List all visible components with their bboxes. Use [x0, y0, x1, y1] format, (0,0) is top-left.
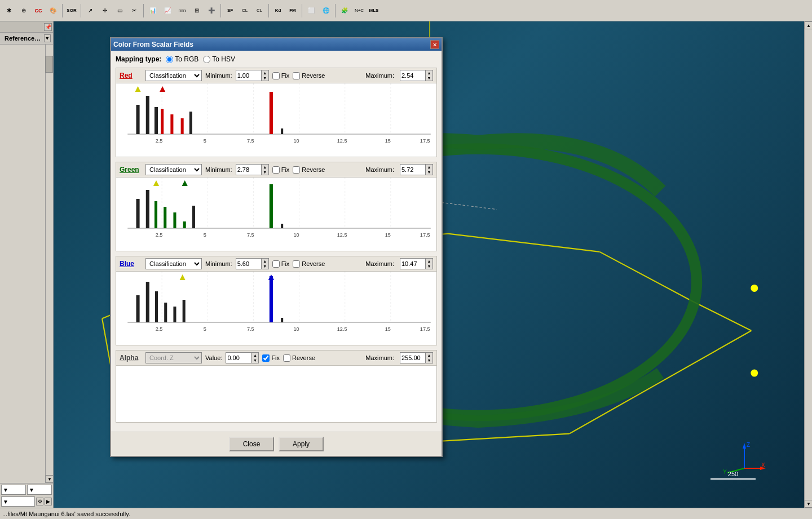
red-max-input[interactable]: [400, 70, 426, 81]
alpha-max-spinbox[interactable]: ▲ ▼: [400, 352, 433, 363]
green-fix-option[interactable]: Fix: [272, 166, 290, 174]
red-min-spinbox[interactable]: ▲ ▼: [236, 70, 269, 81]
toolbar-icon-sf[interactable]: SF: [223, 4, 237, 17]
blue-min-up[interactable]: ▲: [262, 259, 268, 264]
green-min-up[interactable]: ▲: [262, 165, 268, 170]
alpha-value-up[interactable]: ▲: [251, 353, 258, 358]
blue-channel-dropdown[interactable]: Classification: [145, 258, 202, 269]
toolbar-icon-canulo2[interactable]: CL: [253, 4, 266, 17]
alpha-reverse-checkbox[interactable]: [283, 354, 290, 362]
alpha-value-spinbox[interactable]: ▲ ▼: [226, 352, 259, 363]
radio-rgb-input[interactable]: [166, 56, 173, 63]
toolbar-icon-cc[interactable]: CC: [32, 4, 45, 17]
green-min-input[interactable]: [236, 165, 262, 175]
toolbar-icon-line[interactable]: 📈: [161, 4, 174, 17]
red-max-up[interactable]: ▲: [426, 70, 433, 76]
red-max-spinbox[interactable]: ▲ ▼: [400, 70, 433, 81]
red-reverse-option[interactable]: Reverse: [293, 72, 325, 79]
green-reverse-checkbox[interactable]: [293, 166, 300, 174]
toolbar-icon-chart[interactable]: 📊: [146, 4, 160, 17]
left-dropdown-2[interactable]: ▼: [27, 485, 52, 495]
toolbar-icon-2[interactable]: ⊕: [17, 4, 30, 17]
alpha-reverse-option[interactable]: Reverse: [283, 354, 315, 362]
green-max-input[interactable]: [400, 165, 426, 175]
alpha-channel-dropdown[interactable]: Coord. Z: [145, 352, 202, 363]
toolbar-icon-arrow[interactable]: ↗: [83, 4, 97, 17]
toolbar-icon-sor[interactable]: SOR: [65, 4, 78, 17]
alpha-max-input[interactable]: [400, 353, 426, 363]
red-min-down[interactable]: ▼: [262, 76, 268, 81]
red-reverse-checkbox[interactable]: [293, 72, 300, 79]
blue-histogram-svg: 2.5 5 7.5 10 12.5 15 17.5: [116, 272, 436, 334]
toolbar-icon-minmax[interactable]: min: [175, 4, 189, 17]
green-min-down[interactable]: ▼: [262, 170, 268, 175]
blue-reverse-option[interactable]: Reverse: [293, 260, 325, 268]
toolbar-icon-cross[interactable]: ✛: [98, 4, 112, 17]
alpha-value-input[interactable]: [226, 353, 251, 363]
red-min-up[interactable]: ▲: [262, 70, 268, 76]
toolbar-icon-plus[interactable]: ➕: [205, 4, 218, 17]
red-fix-option[interactable]: Fix: [272, 72, 290, 79]
scroll-down-btn2[interactable]: ▼: [805, 500, 812, 508]
red-min-input[interactable]: [236, 70, 262, 81]
left-panel-collapse-btn[interactable]: ▼: [44, 34, 51, 42]
red-fix-checkbox[interactable]: [272, 72, 280, 79]
toolbar-icon-box[interactable]: ⬜: [304, 4, 318, 17]
blue-min-down[interactable]: ▼: [262, 264, 268, 269]
green-channel-dropdown[interactable]: Classification: [145, 164, 202, 175]
toolbar-icon-rect[interactable]: ▭: [113, 4, 126, 17]
toolbar-icon-nc[interactable]: N+C: [352, 4, 366, 17]
dialog-close-btn[interactable]: ✕: [430, 40, 439, 49]
green-min-spinbox[interactable]: ▲ ▼: [236, 164, 269, 175]
left-scroll-thumb[interactable]: [45, 56, 53, 73]
toolbar-icon-1[interactable]: ✱: [2, 4, 16, 17]
radio-hsv[interactable]: To HSV: [203, 55, 235, 63]
scroll-up-btn[interactable]: ▲: [805, 21, 812, 29]
blue-max-up[interactable]: ▲: [426, 259, 433, 264]
alpha-max-down[interactable]: ▼: [426, 358, 433, 363]
green-max-up[interactable]: ▲: [426, 165, 433, 170]
toolbar-icon-grid[interactable]: ⊞: [190, 4, 204, 17]
scroll-down-btn[interactable]: ▼: [46, 475, 53, 483]
close-button[interactable]: Close: [229, 437, 274, 451]
left-dropdown-1[interactable]: ▼: [1, 485, 26, 495]
blue-max-spinbox[interactable]: ▲ ▼: [400, 258, 433, 269]
blue-max-down[interactable]: ▼: [426, 264, 433, 269]
radio-rgb[interactable]: To RGB: [166, 55, 198, 63]
scroll-track-v[interactable]: [805, 29, 812, 500]
blue-min-spinbox[interactable]: ▲ ▼: [236, 258, 269, 269]
alpha-fix-option[interactable]: Fix: [262, 354, 280, 362]
toolbar-icon-scissors[interactable]: ✂: [127, 4, 141, 17]
alpha-max-up[interactable]: ▲: [426, 353, 433, 358]
green-max-down[interactable]: ▼: [426, 170, 433, 175]
svg-text:15: 15: [385, 232, 391, 238]
left-scroll-track[interactable]: ▼: [45, 45, 53, 483]
blue-max-input[interactable]: [400, 259, 426, 269]
toolbar-icon-fm[interactable]: FM: [286, 4, 299, 17]
green-histogram: 2.5 5 7.5 10 12.5 15 17.5: [116, 178, 436, 251]
toolbar-icon-globe[interactable]: 🌐: [319, 4, 333, 17]
toolbar-icon-canulo1[interactable]: CL: [238, 4, 251, 17]
toolbar-icon-3[interactable]: 🎨: [46, 4, 60, 17]
apply-button[interactable]: Apply: [279, 437, 324, 451]
alpha-value-down[interactable]: ▼: [251, 358, 258, 363]
toolbar-icon-puzzle[interactable]: 🧩: [338, 4, 351, 17]
gear-icon[interactable]: ⚙: [36, 498, 43, 505]
green-fix-checkbox[interactable]: [272, 166, 280, 174]
alpha-fix-checkbox[interactable]: [262, 354, 270, 362]
green-max-spinbox[interactable]: ▲ ▼: [400, 164, 433, 175]
toolbar-icon-mls[interactable]: MLS: [367, 4, 381, 17]
green-reverse-option[interactable]: Reverse: [293, 166, 325, 174]
radio-hsv-input[interactable]: [203, 56, 210, 63]
toolbar-icon-kd[interactable]: Kd: [271, 4, 285, 17]
blue-fix-option[interactable]: Fix: [272, 260, 290, 268]
blue-fix-checkbox[interactable]: [272, 260, 280, 268]
left-panel-pin-btn[interactable]: 📌: [44, 23, 52, 31]
left-dropdown-3[interactable]: ▼: [1, 496, 35, 507]
blue-reverse-checkbox[interactable]: [293, 260, 300, 268]
red-max-down[interactable]: ▼: [426, 76, 433, 81]
red-channel-dropdown[interactable]: Classification: [145, 70, 202, 81]
expand-icon[interactable]: ▶: [45, 498, 52, 505]
svg-rect-87: [281, 318, 283, 322]
blue-min-input[interactable]: [236, 259, 262, 269]
